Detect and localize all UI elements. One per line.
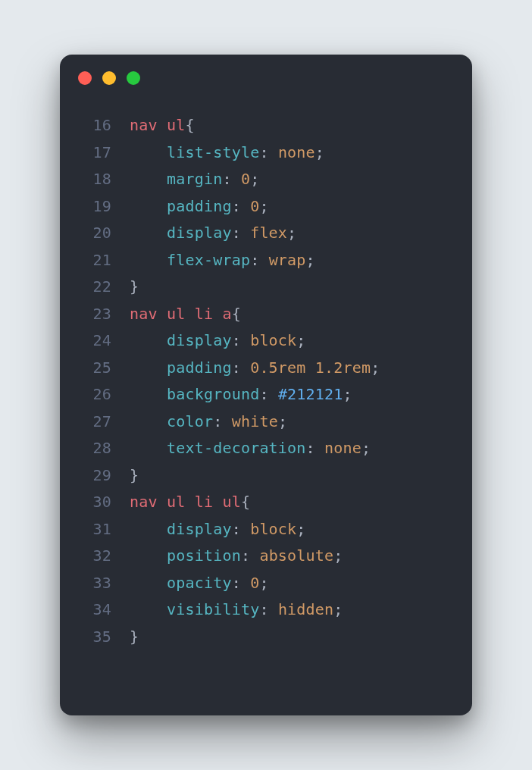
line-number: 22 xyxy=(80,274,111,301)
token-punct xyxy=(213,493,222,511)
token-punct xyxy=(185,305,194,323)
line-content: display: block; xyxy=(130,327,306,355)
line-content: text-decoration: none; xyxy=(130,435,371,462)
line-number: 27 xyxy=(80,408,111,436)
token-punct: ; xyxy=(371,358,380,377)
token-ident: #212121 xyxy=(278,385,343,403)
code-line: 25 padding: 0.5rem 1.2rem; xyxy=(80,355,454,382)
token-tag: ul xyxy=(167,493,185,511)
code-line: 34 visibility: hidden; xyxy=(80,596,454,624)
token-punct: ; xyxy=(343,385,352,403)
line-number: 26 xyxy=(80,381,111,408)
token-punct: } xyxy=(130,466,139,484)
token-val: hidden xyxy=(278,600,333,618)
token-punct xyxy=(130,412,167,430)
token-prop: display xyxy=(167,224,232,242)
line-number: 19 xyxy=(80,193,111,221)
code-line: 20 display: flex; xyxy=(80,220,454,247)
token-tag: nav xyxy=(130,116,158,134)
line-content: padding: 0.5rem 1.2rem; xyxy=(130,355,380,382)
minimize-icon[interactable] xyxy=(102,71,116,85)
token-punct: { xyxy=(241,493,250,511)
token-punct xyxy=(130,574,167,592)
code-line: 30nav ul li ul{ xyxy=(80,489,454,516)
token-punct xyxy=(130,331,167,349)
token-punct: ; xyxy=(333,600,343,618)
token-punct: { xyxy=(232,305,241,323)
token-punct: : xyxy=(232,331,250,349)
line-content: position: absolute; xyxy=(130,543,343,570)
token-prop: padding xyxy=(167,197,232,215)
line-number: 20 xyxy=(80,220,111,247)
token-punct xyxy=(130,385,167,403)
token-punct: { xyxy=(185,116,194,134)
code-line: 23nav ul li a{ xyxy=(80,301,454,328)
token-punct xyxy=(130,143,167,161)
token-punct xyxy=(213,305,222,323)
token-punct: ; xyxy=(259,574,268,592)
close-icon[interactable] xyxy=(78,71,92,85)
token-punct xyxy=(130,358,167,377)
code-line: 16nav ul{ xyxy=(80,112,454,139)
code-line: 26 background: #212121; xyxy=(80,381,454,408)
line-content: visibility: hidden; xyxy=(130,596,343,624)
code-line: 35} xyxy=(80,624,454,651)
line-number: 17 xyxy=(80,139,111,167)
code-line: 33 opacity: 0; xyxy=(80,570,454,597)
token-prop: opacity xyxy=(167,574,232,592)
code-line: 24 display: block; xyxy=(80,327,454,355)
code-line: 32 position: absolute; xyxy=(80,543,454,570)
line-number: 23 xyxy=(80,301,111,328)
token-tag: li xyxy=(195,305,213,323)
token-tag: a xyxy=(222,305,231,323)
line-number: 33 xyxy=(80,570,111,597)
line-number: 32 xyxy=(80,543,111,570)
token-punct: ; xyxy=(315,143,324,161)
line-content: } xyxy=(130,462,139,490)
token-prop: list-style xyxy=(167,143,259,161)
line-content: margin: 0; xyxy=(130,166,259,193)
line-number: 21 xyxy=(80,247,111,274)
token-punct xyxy=(185,493,194,511)
token-punct: : xyxy=(232,197,250,215)
token-punct: : xyxy=(232,520,250,538)
line-number: 34 xyxy=(80,596,111,624)
code-editor[interactable]: 16nav ul{17 list-style: none;18 margin: … xyxy=(60,102,472,668)
window-titlebar xyxy=(60,55,472,102)
token-val: 0 xyxy=(241,170,250,188)
token-val: white xyxy=(232,412,278,430)
line-content: nav ul li a{ xyxy=(130,301,241,328)
token-punct xyxy=(130,251,167,269)
code-line: 31 display: block; xyxy=(80,516,454,543)
token-punct xyxy=(130,600,167,618)
token-tag: ul xyxy=(167,305,185,323)
maximize-icon[interactable] xyxy=(127,71,140,85)
token-prop: position xyxy=(167,546,241,565)
token-punct: : xyxy=(259,600,277,618)
token-punct: ; xyxy=(296,520,305,538)
token-val: absolute xyxy=(259,546,333,565)
token-val: block xyxy=(250,520,296,538)
token-punct: } xyxy=(130,277,139,296)
line-number: 25 xyxy=(80,355,111,382)
token-prop: display xyxy=(167,331,232,349)
token-prop: margin xyxy=(167,170,222,188)
token-punct xyxy=(130,520,167,538)
line-number: 35 xyxy=(80,624,111,651)
line-number: 29 xyxy=(80,462,111,490)
token-punct xyxy=(130,170,167,188)
token-punct: ; xyxy=(361,439,371,457)
token-val: flex xyxy=(250,224,287,242)
code-line: 17 list-style: none; xyxy=(80,139,454,167)
code-line: 19 padding: 0; xyxy=(80,193,454,221)
token-punct xyxy=(130,546,167,565)
line-content: background: #212121; xyxy=(130,381,352,408)
token-val: wrap xyxy=(269,251,306,269)
line-content: } xyxy=(130,624,139,651)
code-line: 18 margin: 0; xyxy=(80,166,454,193)
line-number: 30 xyxy=(80,489,111,516)
token-tag: li xyxy=(195,493,213,511)
token-punct: : xyxy=(232,358,250,377)
line-number: 24 xyxy=(80,327,111,355)
token-val: none xyxy=(324,439,361,457)
